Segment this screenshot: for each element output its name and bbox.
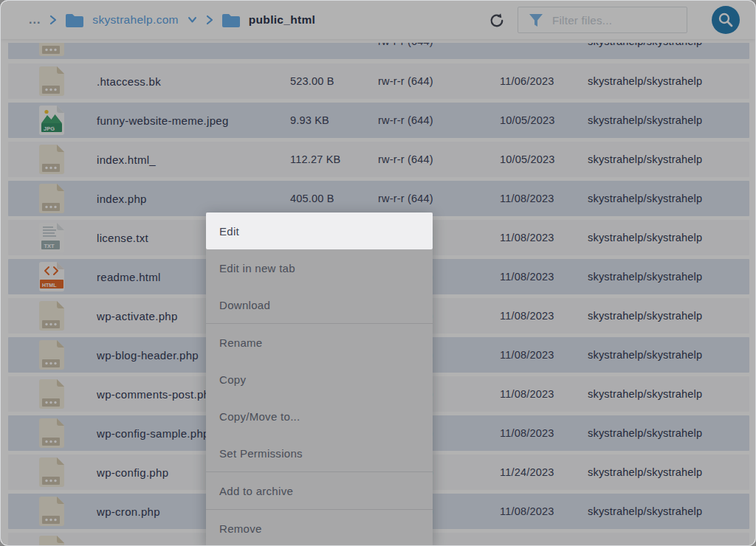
file-date: 11/08/2023 (500, 271, 554, 283)
file-icon-file (39, 340, 66, 370)
file-icon-file (39, 184, 66, 213)
context-menu: EditEdit in new tabDownloadRenameCopyCop… (206, 212, 433, 546)
breadcrumb-item-current-folder: public_html (249, 13, 315, 27)
menu-item-add-to-archive[interactable]: Add to archive (206, 472, 433, 509)
file-name: .htaccess.bk (97, 75, 161, 88)
file-size: 9.93 KB (290, 114, 329, 126)
file-permissions: rw-r-r (644) (378, 153, 433, 165)
file-owner: skystrahelp/skystrahelp (588, 193, 702, 204)
file-owner: skystrahelp/skystrahelp (588, 153, 702, 165)
menu-item-remove[interactable]: Remove (206, 510, 433, 546)
file-icon-file (39, 418, 66, 448)
file-date: 11/24/2023 (500, 466, 554, 478)
file-permissions: rw-r-r (644) (378, 43, 433, 47)
filter-files-input[interactable] (552, 14, 678, 27)
search-icon (717, 11, 735, 29)
file-icon-file (39, 145, 66, 174)
file-date: 11/08/2023 (500, 193, 554, 204)
file-name: wp-comments-post.php (97, 388, 216, 401)
menu-item-copy-move-to[interactable]: Copy/Move to... (206, 398, 433, 435)
file-owner: skystrahelp/skystrahelp (588, 427, 702, 439)
file-date: 11/08/2023 (500, 349, 554, 361)
file-name: index.html_ (97, 153, 156, 166)
table-row[interactable]: rw-r-r (644) skystrahelp/skystrahelp (8, 43, 749, 59)
file-icon-file (39, 66, 66, 96)
file-owner: skystrahelp/skystrahelp (588, 310, 702, 322)
file-permissions: rw-r-r (644) (378, 75, 433, 87)
file-date: 11/08/2023 (500, 427, 554, 439)
file-name: license.txt (97, 232, 148, 244)
file-icon-html: HTML (39, 262, 66, 291)
file-name: wp-blog-header.php (97, 349, 199, 362)
menu-item-edit-in-new-tab[interactable]: Edit in new tab (206, 249, 433, 286)
menu-item-edit[interactable]: Edit (206, 212, 433, 249)
svg-text:JPG: JPG (44, 125, 55, 132)
table-row[interactable]: .htaccess.bk 523.00 B rw-r-r (644) 11/06… (8, 63, 749, 99)
file-owner: skystrahelp/skystrahelp (588, 114, 702, 126)
file-size: 405.00 B (290, 193, 334, 204)
file-date: 11/08/2023 (500, 505, 554, 517)
file-size: 523.00 B (290, 75, 334, 87)
file-date: 11/08/2023 (500, 232, 554, 243)
svg-text:HTML: HTML (42, 283, 57, 288)
filter-funnel-icon (529, 13, 543, 27)
file-icon-file (39, 379, 66, 409)
chevron-right-icon (206, 15, 213, 25)
menu-item-download[interactable]: Download (206, 286, 433, 323)
toolbar: ... skystrahelp.com public_html (1, 1, 755, 39)
folder-icon (66, 13, 83, 27)
file-name: wp-config-sample.php (97, 427, 210, 440)
breadcrumb: ... skystrahelp.com public_html (29, 1, 315, 39)
file-owner: skystrahelp/skystrahelp (588, 43, 702, 47)
menu-item-rename[interactable]: Rename (206, 324, 433, 361)
file-owner: skystrahelp/skystrahelp (588, 232, 702, 243)
file-icon-file (39, 43, 66, 56)
file-size: 112.27 KB (290, 153, 340, 165)
file-name: readme.html (97, 271, 161, 283)
file-owner: skystrahelp/skystrahelp (588, 271, 702, 283)
file-icon-txt: TXT (39, 223, 66, 252)
breadcrumb-collapsed-item[interactable]: ... (29, 13, 41, 27)
search-button[interactable] (712, 6, 740, 34)
breadcrumb-item-site[interactable]: skystrahelp.com (92, 13, 178, 27)
file-date: 11/06/2023 (500, 75, 554, 87)
table-row[interactable]: index.html_ 112.27 KB rw-r-r (644) 10/05… (8, 142, 749, 177)
file-name: funny-website-meme.jpeg (97, 114, 229, 127)
file-manager-window: ... skystrahelp.com public_html (0, 0, 756, 546)
file-icon-file (39, 301, 66, 331)
file-icon-jpg: JPG (39, 106, 66, 135)
file-owner: skystrahelp/skystrahelp (588, 505, 702, 517)
file-permissions: rw-r-r (644) (378, 193, 433, 204)
file-name: wp-config.php (97, 466, 168, 479)
folder-icon (222, 13, 240, 27)
menu-item-set-permissions[interactable]: Set Permissions (206, 435, 433, 471)
file-icon-file (39, 536, 66, 546)
table-row[interactable]: index.php 405.00 B rw-r-r (644) 11/08/20… (8, 181, 749, 216)
chevron-right-icon (49, 15, 57, 25)
filter-files-box (518, 7, 687, 33)
file-date: 10/05/2023 (500, 153, 555, 165)
file-icon-file (39, 457, 66, 487)
file-owner: skystrahelp/skystrahelp (588, 466, 702, 478)
file-icon-file (39, 497, 66, 526)
file-owner: skystrahelp/skystrahelp (588, 388, 702, 400)
file-owner: skystrahelp/skystrahelp (588, 349, 702, 361)
svg-text:TXT: TXT (44, 243, 55, 249)
file-permissions: rw-r-r (644) (378, 114, 433, 126)
table-row[interactable]: JPG funny-website-meme.jpeg 9.93 KB rw-r… (8, 103, 749, 138)
file-date: 11/08/2023 (500, 310, 554, 322)
file-name: wp-activate.php (97, 310, 178, 322)
file-date: 10/05/2023 (500, 114, 555, 126)
file-name: wp-cron.php (97, 505, 160, 518)
menu-item-copy[interactable]: Copy (206, 361, 433, 398)
refresh-icon[interactable] (488, 12, 506, 30)
chevron-down-icon[interactable] (188, 16, 197, 24)
table-row-partial: rw-r-r (644) skystrahelp/skystrahelp (8, 43, 749, 60)
file-date: 11/08/2023 (500, 388, 554, 400)
file-owner: skystrahelp/skystrahelp (588, 75, 702, 87)
file-name: index.php (97, 193, 147, 205)
